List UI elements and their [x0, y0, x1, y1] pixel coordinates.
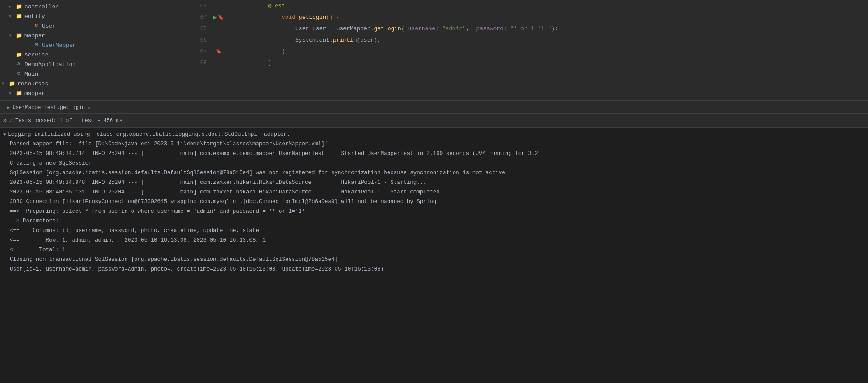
run-icon-64[interactable]: ▶ — [214, 14, 217, 21]
indent-2 — [4, 151, 10, 157]
indent-10 — [4, 228, 10, 234]
sidebar-item-DemoApplication[interactable]: ▶ A DemoApplication — [0, 60, 192, 69]
bottom-section: ▶ UserMapperTest.getLogin ✕ » ✓ Tests pa… — [0, 101, 868, 383]
output-line-8: ==> Preparing: select * from userinfo wh… — [10, 208, 305, 214]
code-line-68: 68 } — [192, 57, 868, 68]
folder-icon-mapper: 📁 — [15, 32, 23, 39]
sidebar-item-resources[interactable]: ▼ 📁 resources — [0, 79, 192, 88]
indent-12 — [4, 247, 10, 253]
test-status-text: Tests passed: 1 of 1 test – 456 ms — [15, 118, 122, 124]
output-line-7: JDBC Connection [HikariProxyConnection@8… — [10, 199, 436, 205]
console-line-6: 2023-05-15 08:40:35.131 INFO 25204 --- [… — [4, 187, 864, 197]
output-line-0: Logging initialized using 'class org.apa… — [8, 131, 290, 137]
sidebar-label-controller: controller — [24, 4, 59, 10]
console-line-5: 2023-05-15 08:40:34.948 INFO 25204 --- [… — [4, 178, 864, 187]
tree-arrow-entity: ▼ — [9, 14, 15, 19]
nav-prev[interactable]: » — [4, 118, 7, 124]
sidebar-label-DemoApplication: DemoApplication — [24, 61, 76, 68]
output-line-4: SqlSession [org.apache.ibatis.session.de… — [10, 170, 505, 176]
console-nav: » ✓ Tests passed: 1 of 1 test – 456 ms — [0, 114, 868, 128]
indent-13 — [4, 257, 10, 263]
tree-arrow-mapper-res: ▼ — [9, 91, 15, 96]
console-tab-label: UserMapperTest.getLogin — [13, 105, 85, 111]
sidebar-label-mapper: mapper — [24, 32, 45, 39]
indent-11 — [4, 237, 10, 243]
indent-4 — [4, 170, 10, 176]
java-icon-DemoApplication: A — [15, 61, 23, 67]
check-icon: ✓ — [9, 117, 13, 124]
indent-5 — [4, 179, 10, 186]
line-num-63: 63 — [192, 3, 212, 9]
bookmark-icon-64: 🔖 — [218, 14, 224, 20]
java-icon-User: C — [32, 23, 40, 29]
folder-icon-resources: 📁 — [8, 81, 16, 87]
folder-icon-entity: 📁 — [15, 13, 23, 19]
code-lines: 63 @Test 64 ▶ 🔖 void getLogin() { — [192, 0, 868, 100]
sidebar-item-mapper[interactable]: ▼ 📁 mapper — [0, 31, 192, 40]
console-tab[interactable]: ▶ UserMapperTest.getLogin ✕ — [4, 101, 94, 113]
sidebar-label-service: service — [24, 52, 49, 58]
console-line-10: <== Columns: id, username, password, pho… — [4, 226, 864, 235]
sidebar-item-User[interactable]: ▶ C User — [0, 21, 192, 31]
sidebar-label-resources: resources — [18, 81, 48, 87]
line-num-68: 68 — [192, 60, 212, 66]
sidebar-label-User: User — [42, 23, 56, 29]
output-line-9: ==> Parameters: — [10, 218, 62, 224]
gutter-64[interactable]: ▶ 🔖 — [212, 14, 225, 21]
mapper-icon-UserMapper: M — [32, 42, 40, 48]
output-line-10: <== Columns: id, username, password, pho… — [10, 228, 259, 234]
console-line-12: <== Total: 1 — [4, 245, 864, 255]
output-line-1: Parsed mapper file: 'file [D:\Code\java-… — [10, 141, 328, 147]
indent-6 — [4, 189, 10, 195]
console-line-2: 2023-05-15 08:40:34.714 INFO 25204 --- [… — [4, 149, 864, 158]
line-num-66: 66 — [192, 37, 212, 43]
top-section: ▶ 📁 controller ▼ 📁 entity ▶ C User ▼ 📁 m… — [0, 0, 868, 101]
indent-8 — [4, 208, 10, 214]
java-icon-Main: C — [15, 71, 23, 77]
console-output: ▼ Logging initialized using 'class org.a… — [0, 128, 868, 383]
console-line-7: JDBC Connection [HikariProxyConnection@8… — [4, 197, 864, 207]
console-line-14: User(id=1, username=admin, password=admi… — [4, 264, 864, 274]
line-num-65: 65 — [192, 25, 212, 32]
editor-area: 63 @Test 64 ▶ 🔖 void getLogin() { — [192, 0, 868, 100]
output-line-5: 2023-05-15 08:40:34.948 INFO 25204 --- [… — [10, 179, 427, 186]
output-line-13: Closing non transactional SqlSession [or… — [10, 257, 338, 263]
console-line-9: ==> Parameters: — [4, 216, 864, 226]
sidebar-item-UserMapper[interactable]: ▶ M UserMapper — [0, 40, 192, 50]
sidebar-item-entity[interactable]: ▼ 📁 entity — [0, 11, 192, 21]
bookmark-icon-67: 🔖 — [216, 49, 222, 54]
sidebar-item-controller[interactable]: ▶ 📁 controller — [0, 2, 192, 11]
main-container: ▶ 📁 controller ▼ 📁 entity ▶ C User ▼ 📁 m… — [0, 0, 868, 383]
indent-3 — [4, 160, 10, 166]
line-content-68: } — [225, 53, 868, 73]
sidebar-label-mapper-res: mapper — [24, 90, 45, 97]
indent-14 — [4, 266, 10, 272]
tab-close-button[interactable]: ✕ — [88, 105, 90, 110]
collapse-arrow[interactable]: ▼ — [4, 132, 6, 137]
console-line-1: Parsed mapper file: 'file [D:\Code\java-… — [4, 139, 864, 149]
sidebar-item-mapper-res[interactable]: ▼ 📁 mapper — [0, 88, 192, 98]
indent-1 — [4, 141, 10, 147]
output-line-11: <== Row: 1, admin, admin, , 2023-05-10 1… — [10, 237, 266, 243]
console-line-collapsed: ▼ Logging initialized using 'class org.a… — [4, 130, 864, 139]
line-num-64: 64 — [192, 14, 212, 21]
line-num-67: 67 — [192, 48, 212, 55]
folder-icon-mapper-res: 📁 — [15, 90, 23, 96]
console-line-13: Closing non transactional SqlSession [or… — [4, 255, 864, 264]
output-line-14: User(id=1, username=admin, password=admi… — [10, 266, 384, 272]
brace-close-68: } — [268, 60, 272, 66]
output-line-6: 2023-05-15 08:40:35.131 INFO 25204 --- [… — [10, 189, 443, 195]
folder-icon-service: 📁 — [15, 52, 23, 58]
sidebar-label-Main: Main — [24, 71, 38, 77]
folder-icon-controller: 📁 — [15, 4, 23, 10]
tree-arrow-resources: ▼ — [2, 81, 8, 86]
console-header: ▶ UserMapperTest.getLogin ✕ — [0, 101, 868, 114]
gutter-67: 🔖 — [212, 49, 225, 54]
sidebar-label-UserMapper: UserMapper — [42, 42, 76, 49]
sidebar-label-entity: entity — [24, 13, 45, 20]
output-line-12: <== Total: 1 — [10, 247, 66, 253]
output-line-3: Creating a new SqlSession — [10, 160, 92, 166]
tree-arrow-controller: ▶ — [9, 4, 15, 9]
sidebar-item-Main[interactable]: ▶ C Main — [0, 69, 192, 79]
sidebar-item-service[interactable]: ▶ 📁 service — [0, 50, 192, 60]
